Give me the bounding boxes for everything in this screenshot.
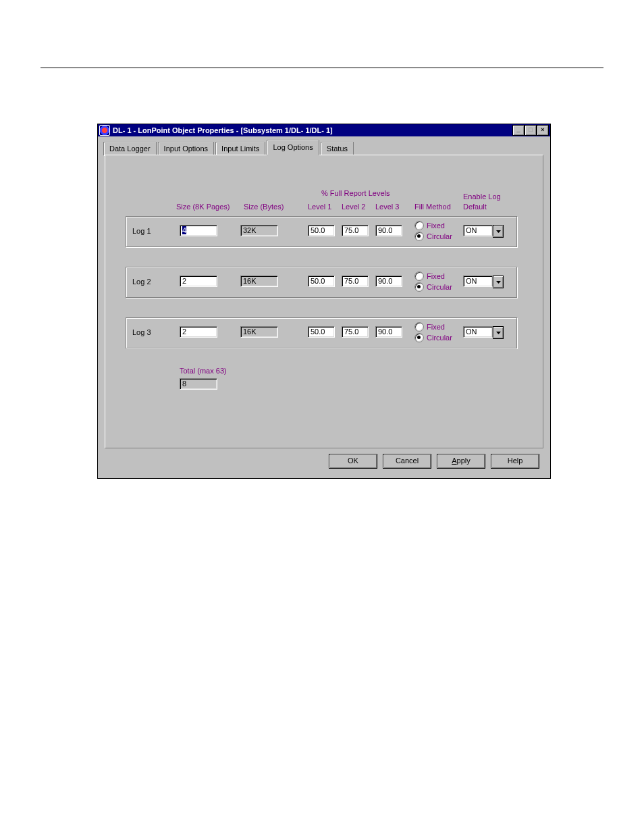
header-full-report: % Full Report Levels: [321, 189, 390, 197]
radio-log2-circular-label: Circular: [427, 283, 452, 291]
input-log1-level2[interactable]: 75.0: [342, 225, 369, 236]
dropdown-log2-enable[interactable]: ON: [463, 276, 504, 288]
svg-marker-1: [496, 281, 501, 284]
input-log3-level2[interactable]: 75.0: [342, 326, 369, 338]
maximize-button: □: [525, 125, 537, 136]
display-total: 8: [180, 378, 217, 390]
header-enable-log: Enable Log: [463, 192, 501, 201]
input-log3-level1[interactable]: 50.0: [308, 326, 335, 338]
input-log3-level3[interactable]: 90.0: [375, 326, 402, 338]
app-icon: [99, 125, 110, 136]
help-button[interactable]: Help: [491, 454, 539, 469]
radio-log1-fixed[interactable]: Fixed: [414, 221, 445, 230]
label-total: Total (max 63): [180, 367, 227, 375]
radio-log2-circular[interactable]: Circular: [414, 282, 452, 292]
window-controls: _ □ ×: [512, 125, 549, 136]
display-log3-size-bytes: 16K: [240, 326, 278, 338]
cancel-button[interactable]: Cancel: [383, 454, 431, 469]
radio-log2-fixed[interactable]: Fixed: [414, 271, 445, 281]
client-area: Data Logger Input Options Input Limits L…: [98, 136, 550, 478]
display-log1-size-bytes: 32K: [240, 225, 278, 236]
close-button[interactable]: ×: [537, 125, 549, 136]
input-log2-level3[interactable]: 90.0: [375, 276, 402, 287]
radio-log2-fixed-label: Fixed: [427, 272, 445, 280]
tab-status[interactable]: Status: [321, 142, 354, 156]
chevron-down-icon[interactable]: [493, 225, 504, 238]
svg-marker-0: [496, 230, 501, 233]
chevron-down-icon[interactable]: [493, 276, 504, 288]
tab-data-logger[interactable]: Data Logger: [103, 142, 157, 156]
radio-log3-circular[interactable]: Circular: [414, 333, 452, 342]
header-level-1: Level 1: [308, 203, 331, 211]
label-log-3: Log 3: [132, 328, 151, 336]
dropdown-log2-enable-value: ON: [463, 276, 493, 287]
dropdown-log1-enable-value: ON: [463, 225, 493, 236]
display-log2-size-bytes: 16K: [240, 276, 278, 287]
input-log1-level1[interactable]: 50.0: [308, 225, 335, 236]
radio-log3-circular-label: Circular: [427, 334, 452, 342]
input-log2-size-pages[interactable]: 2: [180, 276, 217, 287]
window-title: DL- 1 - LonPoint Object Properties - [Su…: [113, 126, 512, 134]
dropdown-log3-enable[interactable]: ON: [463, 326, 504, 339]
dialog-window: DL- 1 - LonPoint Object Properties - [Su…: [97, 124, 551, 479]
header-level-2: Level 2: [342, 203, 365, 211]
header-level-3: Level 3: [375, 203, 399, 211]
button-row: OK Cancel Apply Help: [105, 448, 543, 473]
tab-strip: Data Logger Input Options Input Limits L…: [103, 140, 543, 155]
page-rule: [41, 68, 603, 68]
input-log2-level1[interactable]: 50.0: [308, 276, 335, 287]
dropdown-log3-enable-value: ON: [463, 326, 493, 338]
input-log1-level3[interactable]: 90.0: [375, 225, 402, 236]
header-default: Default: [463, 203, 487, 211]
input-log3-size-pages[interactable]: 2: [180, 326, 217, 338]
dropdown-log1-enable[interactable]: ON: [463, 225, 504, 238]
radio-log3-fixed[interactable]: Fixed: [414, 322, 445, 332]
tab-input-limits[interactable]: Input Limits: [215, 142, 265, 156]
radio-log3-fixed-label: Fixed: [427, 323, 445, 331]
title-bar[interactable]: DL- 1 - LonPoint Object Properties - [Su…: [98, 124, 550, 136]
tab-input-options[interactable]: Input Options: [158, 142, 214, 156]
label-log-1: Log 1: [132, 227, 151, 235]
header-fill-method: Fill Method: [414, 203, 451, 211]
tab-panel-log-options: Size (8K Pages) Size (Bytes) % Full Repo…: [105, 155, 543, 448]
chevron-down-icon[interactable]: [493, 326, 504, 339]
ok-button[interactable]: OK: [329, 454, 377, 469]
input-log1-size-pages[interactable]: 4: [180, 225, 217, 236]
apply-button[interactable]: Apply: [437, 454, 485, 469]
header-size-pages: Size (8K Pages): [176, 203, 230, 211]
input-log2-level2[interactable]: 75.0: [342, 276, 369, 287]
radio-log1-circular[interactable]: Circular: [414, 232, 452, 241]
tab-log-options[interactable]: Log Options: [267, 140, 319, 155]
svg-marker-2: [496, 332, 501, 334]
minimize-button[interactable]: _: [512, 125, 525, 136]
header-size-bytes: Size (Bytes): [244, 203, 284, 211]
label-log-2: Log 2: [132, 278, 151, 286]
radio-log1-circular-label: Circular: [427, 232, 452, 240]
radio-log1-fixed-label: Fixed: [427, 221, 445, 230]
